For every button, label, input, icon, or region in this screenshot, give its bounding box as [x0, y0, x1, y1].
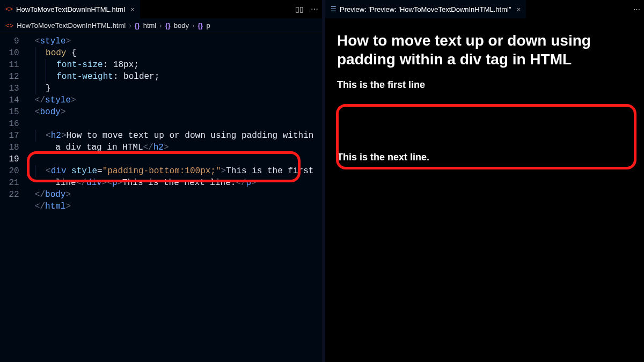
code-line[interactable]: } [25, 83, 319, 94]
editor-pane: <> HowToMoveTextDownInHTML.html × ▯▯ ⋯ <… [0, 0, 322, 362]
preview-tabbar: ☰ Preview: 'Preview: 'HowToMoveTextDownI… [325, 0, 644, 18]
line-number: 11 [0, 59, 19, 71]
line-number: 18 [0, 142, 19, 153]
code-line[interactable]: <div style="padding-bottom:100px;">This … [25, 165, 319, 177]
preview-first-line: This is the first line [337, 79, 632, 144]
breadcrumb-body[interactable]: body [174, 21, 189, 29]
editor-tab-filename: HowToMoveTextDownInHTML.html [16, 5, 125, 13]
tabbar-spacer [526, 0, 629, 18]
brackets-icon: {} [165, 21, 171, 29]
breadcrumb-file[interactable]: HowToMoveTextDownInHTML.html [17, 21, 126, 29]
code-line[interactable] [25, 153, 319, 165]
code-line[interactable]: </html> [25, 201, 319, 212]
preview-body: How to move text up or down using paddin… [325, 18, 644, 362]
line-number: 9 [0, 35, 19, 47]
code-line[interactable]: <h2>How to move text up or down using pa… [25, 130, 319, 142]
line-number: 10 [0, 47, 19, 59]
code-line[interactable]: <style> [25, 35, 319, 47]
line-number: 20 [0, 165, 19, 177]
more-actions-icon[interactable]: ⋯ [307, 0, 322, 18]
code-line[interactable] [25, 118, 319, 130]
code-line[interactable]: </style> [25, 94, 319, 106]
more-actions-icon[interactable]: ⋯ [629, 0, 644, 18]
code-line[interactable]: font-size: 18px; [25, 59, 319, 71]
line-number: 21 [0, 177, 19, 189]
line-number-gutter: 9 10 11 12 13 14 15 16 17 18 19 20 21 22 [0, 33, 25, 362]
chevron-right-icon: › [129, 21, 131, 29]
code-line[interactable]: </body> [25, 189, 319, 201]
html-file-icon: <> [5, 5, 13, 13]
line-number: 14 [0, 94, 19, 106]
line-number: 19 [0, 153, 19, 165]
code-line[interactable]: <body> [25, 106, 319, 118]
line-number: 22 [0, 189, 19, 201]
close-icon[interactable]: × [517, 5, 521, 13]
brackets-icon: {} [197, 21, 203, 29]
code-line[interactable]: line</div><p>This is the next line.</p> [25, 177, 319, 189]
close-icon[interactable]: × [130, 5, 135, 13]
line-number: 12 [0, 71, 19, 83]
line-number: 16 [0, 118, 19, 130]
tabbar-spacer [140, 0, 292, 18]
brackets-icon: {} [135, 21, 140, 29]
preview-tab[interactable]: ☰ Preview: 'Preview: 'HowToMoveTextDownI… [325, 0, 526, 18]
html-file-icon: <> [5, 21, 13, 29]
chevron-right-icon: › [192, 21, 194, 29]
code-line[interactable]: a div tag in HTML</h2> [25, 142, 319, 153]
preview-icon: ☰ [331, 5, 336, 13]
breadcrumb[interactable]: <> HowToMoveTextDownInHTML.html › {} htm… [0, 18, 322, 33]
code-lines[interactable]: <style> body { font-size: 18px; font-wei… [25, 33, 322, 362]
line-number: 17 [0, 130, 19, 142]
preview-heading: How to move text up or down using paddin… [337, 31, 632, 69]
editor-tabbar: <> HowToMoveTextDownInHTML.html × ▯▯ ⋯ [0, 0, 322, 18]
breadcrumb-p[interactable]: p [206, 21, 210, 29]
code-line[interactable]: body { [25, 47, 319, 59]
preview-tab-label: Preview: 'Preview: 'HowToMoveTextDownInH… [340, 5, 511, 13]
preview-next-line: This is the next line. [337, 152, 632, 163]
line-number: 13 [0, 83, 19, 94]
editor-tab[interactable]: <> HowToMoveTextDownInHTML.html × [0, 0, 140, 18]
line-number: 15 [0, 106, 19, 118]
preview-pane: ☰ Preview: 'Preview: 'HowToMoveTextDownI… [325, 0, 644, 362]
chevron-right-icon: › [159, 21, 162, 29]
split-editor-icon[interactable]: ▯▯ [292, 0, 307, 18]
code-editor[interactable]: 9 10 11 12 13 14 15 16 17 18 19 20 21 22… [0, 33, 322, 362]
code-line[interactable]: font-weight: bolder; [25, 71, 319, 83]
breadcrumb-html[interactable]: html [143, 21, 157, 29]
